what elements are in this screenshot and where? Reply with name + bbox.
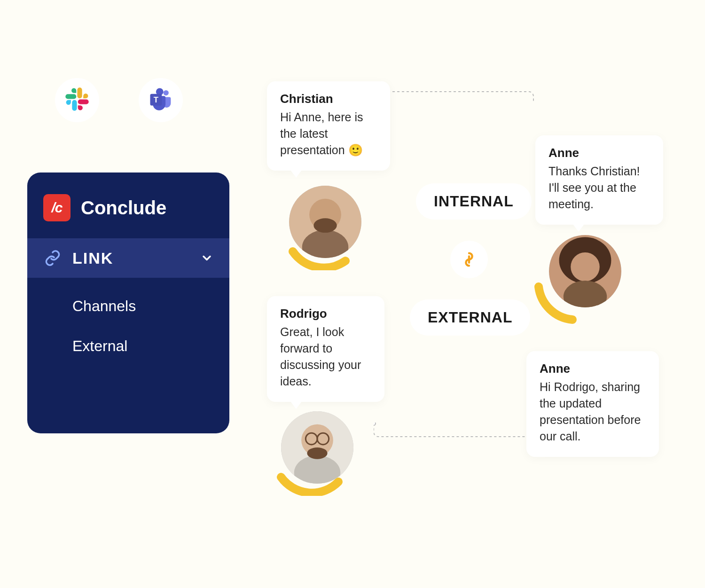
message-rodrigo: Rodrigo Great, I look forward to discuss… bbox=[267, 296, 384, 402]
svg-point-5 bbox=[374, 423, 376, 425]
canvas: T /c Conclude LINK bbox=[0, 0, 705, 588]
svg-text:T: T bbox=[154, 95, 159, 104]
message-text: Thanks Christian! I'll see you at the me… bbox=[548, 163, 650, 212]
link-label: LINK bbox=[72, 249, 190, 267]
tag-external: EXTERNAL bbox=[410, 299, 530, 336]
avatar-christian bbox=[289, 186, 361, 258]
svg-point-0 bbox=[164, 90, 169, 95]
message-sender: Anne bbox=[540, 361, 646, 376]
avatar-rodrigo bbox=[281, 411, 353, 484]
message-sender: Christian bbox=[280, 92, 377, 106]
link-circle-icon bbox=[450, 241, 488, 278]
teams-icon-chip: T bbox=[139, 78, 183, 122]
avatar-anne bbox=[549, 235, 621, 307]
sidebar-item-channels[interactable]: Channels bbox=[27, 286, 229, 326]
connector-top bbox=[388, 89, 543, 103]
sidebar-item-external[interactable]: External bbox=[27, 326, 229, 366]
conclude-logo: /c bbox=[43, 194, 70, 221]
link-icon bbox=[43, 249, 62, 267]
tag-label: EXTERNAL bbox=[428, 309, 512, 326]
slack-icon bbox=[65, 87, 89, 113]
message-text: Great, I look forward to discussing your… bbox=[280, 324, 371, 390]
svg-point-19 bbox=[307, 447, 327, 459]
tag-internal: INTERNAL bbox=[416, 183, 532, 220]
sidebar-item-label: External bbox=[72, 337, 127, 354]
message-christian: Christian Hi Anne, here is the latest pr… bbox=[267, 81, 390, 171]
sidebar-header: /c Conclude bbox=[27, 194, 229, 238]
sidebar-item-label: Channels bbox=[72, 298, 136, 314]
slack-icon-chip bbox=[55, 78, 99, 122]
message-anne-1: Anne Thanks Christian! I'll see you at t… bbox=[535, 135, 663, 225]
connector-bottom bbox=[374, 423, 533, 441]
chevron-down-icon bbox=[200, 251, 213, 265]
svg-point-14 bbox=[571, 252, 600, 282]
message-sender: Rodrigo bbox=[280, 306, 371, 321]
logo-text: /c bbox=[51, 200, 62, 216]
teams-icon: T bbox=[148, 86, 173, 114]
message-anne-2: Anne Hi Rodrigo, sharing the updated pre… bbox=[526, 351, 659, 457]
message-text: Hi Anne, here is the latest presentation… bbox=[280, 109, 377, 158]
message-text: Hi Rodrigo, sharing the updated presenta… bbox=[540, 379, 646, 445]
link-row[interactable]: LINK bbox=[27, 238, 229, 278]
sidebar-card: /c Conclude LINK Channels External bbox=[27, 172, 229, 433]
svg-point-10 bbox=[313, 218, 337, 233]
app-title: Conclude bbox=[81, 197, 166, 219]
tag-label: INTERNAL bbox=[434, 193, 514, 210]
message-sender: Anne bbox=[548, 146, 650, 160]
